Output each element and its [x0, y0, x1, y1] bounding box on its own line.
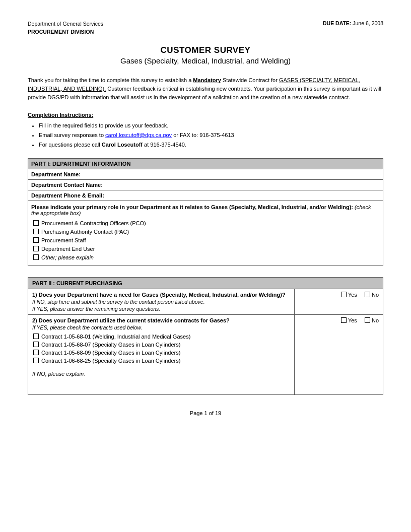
page-number: Page 1 of 19	[190, 410, 221, 416]
role-end-user-label: Department End User	[41, 246, 95, 252]
q2-bold: Does your Department utilize the current…	[39, 317, 230, 323]
q1-note1: If NO, stop here and submit the survey t…	[32, 299, 290, 305]
q2-yes: Yes	[341, 317, 357, 323]
q1-note2: If YES, please answer the remaining surv…	[32, 306, 290, 312]
q2-yes-no: Yes No	[294, 314, 383, 394]
role-staff: Procurement Staff	[33, 237, 380, 243]
call-text: For questions please call	[39, 142, 102, 148]
checkbox-q2-no[interactable]	[365, 317, 370, 323]
role-row: Please indicate your primary role in you…	[28, 201, 383, 265]
question-2-cell: 2) Does your Department utilize the curr…	[28, 314, 295, 394]
fax-text: or FAX to: 916-375-4613	[172, 132, 234, 138]
completion-item-3: For questions please call Carol Loscutof…	[39, 141, 383, 149]
part2-table: PART II : CURRENT PURCHASING 1) Does you…	[28, 277, 383, 395]
due-label: DUE DATE:	[323, 20, 351, 26]
q1-no-label: No	[372, 292, 379, 298]
intro-text1: Thank you for taking the time to complet…	[28, 77, 193, 83]
role-label: Please indicate your primary role in you…	[31, 204, 353, 210]
checkbox-contract4[interactable]	[33, 358, 39, 363]
checkbox-q2-yes[interactable]	[341, 317, 347, 323]
q1-no: No	[365, 292, 379, 298]
contract-2: Contract 1-05-68-07 (Specialty Gases in …	[33, 342, 290, 348]
part2-header: PART II : CURRENT PURCHASING	[28, 277, 383, 289]
part2-header-row: PART II : CURRENT PURCHASING	[28, 277, 383, 289]
dept-name: Department of General Services	[28, 20, 103, 28]
checkbox-q1-yes[interactable]	[341, 292, 347, 297]
dept-info: Department of General Services PROCUREME…	[28, 20, 103, 36]
contract-4-label: Contract 1-06-68-25 (Specialty Gases in …	[41, 358, 180, 364]
part1-header-row: PART I: DEPARTMENT INFORMATION	[28, 158, 383, 169]
role-other-label: Other; please explain	[41, 254, 94, 260]
role-pac-label: Purchasing Authority Contact (PAC)	[41, 229, 129, 235]
role-pco-label: Procurement & Contracting Officers (PCO)	[41, 220, 146, 226]
checkbox-end-user[interactable]	[33, 246, 39, 251]
intro-mandatory: Mandatory	[193, 77, 221, 83]
title-section: CUSTOMER SURVEY Gases (Specialty, Medica…	[28, 45, 383, 65]
completion-item-2: Email survey responses to carol.loscutof…	[39, 131, 383, 140]
contract-3-label: Contract 1-05-68-09 (Specialty Gases in …	[41, 350, 180, 356]
q2-no-label: No	[372, 317, 379, 323]
role-checkboxes: Procurement & Contracting Officers (PCO)…	[31, 216, 380, 262]
completion-section: Completion Instructions: Fill in the req…	[28, 111, 383, 149]
field-row-1: Department Name:	[28, 169, 383, 179]
dept-contact-label: Department Contact Name:	[28, 179, 383, 190]
checkbox-staff[interactable]	[33, 237, 39, 243]
role-cell: Please indicate your primary role in you…	[28, 201, 383, 265]
completion-title: Completion Instructions:	[28, 111, 383, 119]
part1-table: PART I: DEPARTMENT INFORMATION Departmen…	[28, 158, 383, 266]
checkbox-contract2[interactable]	[33, 342, 39, 347]
q2-if-no: If NO, please explain.	[32, 371, 290, 392]
checkbox-contract1[interactable]	[33, 334, 39, 339]
checkbox-pco[interactable]	[33, 220, 39, 226]
q2-no: No	[365, 317, 379, 323]
call-name: Carol Loscutoff	[102, 142, 143, 148]
contract-list: Contract 1-05-68-01 (Welding, Industrial…	[32, 330, 290, 366]
q1-bold: Does your Department have a need for Gas…	[39, 292, 286, 298]
role-pac: Purchasing Authority Contact (PAC)	[33, 229, 380, 235]
part1-header: PART I: DEPARTMENT INFORMATION	[28, 158, 383, 169]
q2-sub-note: If YES, please check the contracts used …	[32, 324, 290, 330]
dept-name-label: Department Name:	[28, 169, 383, 179]
checkbox-contract3[interactable]	[33, 350, 39, 355]
q2-yes-label: Yes	[348, 317, 357, 323]
contract-1: Contract 1-05-68-01 (Welding, Industrial…	[33, 334, 290, 340]
due-date-value: June 6, 2008	[353, 20, 383, 26]
due-date-section: DUE DATE: June 6, 2008	[323, 20, 383, 26]
email-link[interactable]: carol.loscutoff@dgs.ca.gov	[105, 132, 172, 138]
checkbox-other[interactable]	[33, 254, 39, 260]
q1-yes: Yes	[341, 292, 357, 298]
dept-phone-label: Department Phone & Email:	[28, 190, 383, 201]
checkbox-pac[interactable]	[33, 229, 39, 234]
page-footer: Page 1 of 19	[28, 410, 383, 416]
question-2-row: 2) Does your Department utilize the curr…	[28, 314, 383, 394]
question-1-cell: 1) Does your Department have a need for …	[28, 289, 295, 314]
q1-yes-label: Yes	[348, 292, 357, 298]
role-end-user: Department End User	[33, 246, 380, 252]
role-staff-label: Procurement Staff	[41, 237, 86, 243]
completion-item-1: Fill in the required fields to provide u…	[39, 121, 383, 130]
field-row-2: Department Contact Name:	[28, 179, 383, 190]
q1-num: 1)	[32, 292, 37, 298]
contract-2-label: Contract 1-05-68-07 (Specialty Gases in …	[41, 342, 180, 348]
contract-3: Contract 1-05-68-09 (Specialty Gases in …	[33, 350, 290, 356]
q2-num: 2)	[32, 317, 37, 323]
field-row-3: Department Phone & Email:	[28, 190, 383, 201]
q1-yes-no: Yes No	[294, 289, 383, 314]
contract-1-label: Contract 1-05-68-01 (Welding, Industrial…	[41, 334, 190, 340]
question-1-row: 1) Does your Department have a need for …	[28, 289, 383, 314]
contract-4: Contract 1-06-68-25 (Specialty Gases in …	[33, 358, 290, 364]
page-header: Department of General Services PROCUREME…	[28, 20, 383, 36]
intro-paragraph: Thank you for taking the time to complet…	[28, 76, 383, 102]
call-number: at 916-375-4540.	[143, 142, 186, 148]
survey-title: CUSTOMER SURVEY	[28, 45, 383, 55]
survey-subtitle: Gases (Specialty, Medical, Industrial, a…	[28, 56, 383, 65]
intro-text2: Statewide Contract for	[221, 77, 278, 83]
role-other: Other; please explain	[33, 254, 380, 260]
role-pco: Procurement & Contracting Officers (PCO)	[33, 220, 380, 226]
completion-list: Fill in the required fields to provide u…	[28, 121, 383, 149]
dept-division: PROCUREMENT DIVISION	[28, 28, 103, 36]
checkbox-q1-no[interactable]	[365, 292, 370, 297]
